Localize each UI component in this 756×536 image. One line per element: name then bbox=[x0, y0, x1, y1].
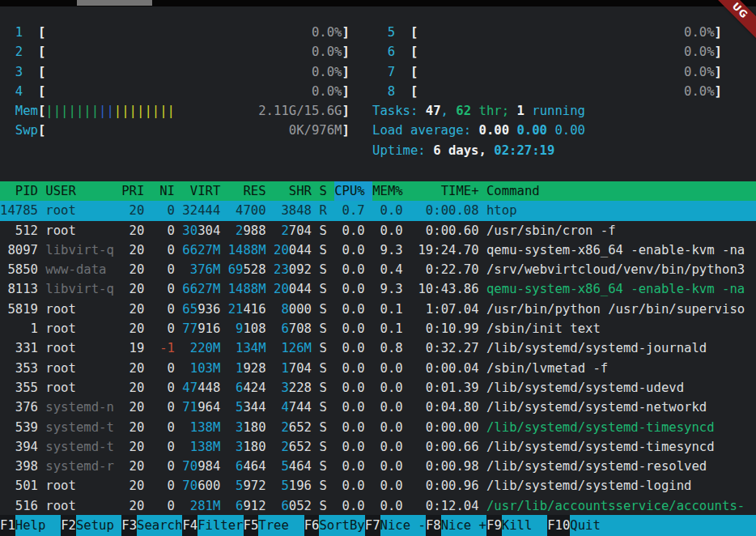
cell-state: S bbox=[319, 479, 326, 493]
process-row-512[interactable]: 512 root 20 0 30304 2988 2704 S 0.0 0.0 … bbox=[0, 221, 756, 240]
cell-mem: 0.0 bbox=[372, 499, 403, 513]
cpu-meter-7-label: 7 bbox=[388, 65, 410, 79]
cell-pid: 331 bbox=[0, 341, 38, 355]
process-row-14785[interactable]: 14785 root 20 0 32444 4700 3848 R 0.7 0.… bbox=[0, 201, 756, 220]
process-row-5850[interactable]: 5850 www-data 20 0 376M 69528 23092 S 0.… bbox=[0, 260, 756, 279]
process-row-8097[interactable]: 8097 libvirt-q 20 0 6627M 1488M 20044 S … bbox=[0, 240, 756, 260]
cell-user: root bbox=[45, 203, 114, 218]
cpu-meter-5-value: 0.0% bbox=[418, 25, 714, 40]
cell-pri: 20 bbox=[121, 302, 144, 317]
cell-ni: 0 bbox=[152, 262, 175, 277]
column-header-virt[interactable]: VIRT bbox=[182, 184, 220, 198]
cell-user: systemd-r bbox=[45, 459, 114, 474]
fkey-f1-help[interactable]: F1Help bbox=[0, 515, 61, 536]
cell-ni: 0 bbox=[152, 381, 175, 395]
cpu-meter-6-value: 0.0% bbox=[418, 45, 714, 59]
cpu-meter-1-value: 0.0% bbox=[45, 25, 342, 40]
cell-pid: 355 bbox=[0, 381, 38, 395]
cell-user: root bbox=[45, 223, 114, 238]
fkey-key: F9 bbox=[486, 515, 502, 536]
cell-pid: 516 bbox=[0, 499, 38, 513]
column-header-cpu-sort[interactable]: CPU% bbox=[334, 181, 372, 201]
column-header-command[interactable]: Command bbox=[486, 184, 540, 198]
process-row-8113[interactable]: 8113 libvirt-q 20 0 6627M 1488M 20044 S … bbox=[0, 279, 756, 299]
process-row-516[interactable]: 516 root 20 0 281M 6912 6052 S 0.0 0.0 0… bbox=[0, 496, 756, 516]
fkey-f9-kill[interactable]: F9Kill bbox=[486, 515, 547, 536]
cell-user: root bbox=[45, 321, 114, 336]
cell-user: root bbox=[45, 381, 114, 395]
process-row-1[interactable]: 1 root 20 0 77916 9108 6708 S 0.0 0.1 0:… bbox=[0, 319, 756, 338]
column-header-state[interactable]: S bbox=[319, 184, 326, 198]
cell-pid: 398 bbox=[0, 459, 38, 474]
cell-ni: 0 bbox=[152, 479, 175, 493]
fkey-label: Search bbox=[137, 515, 182, 536]
cell-state: R bbox=[319, 203, 326, 218]
fkey-f10-quit[interactable]: F10Quit bbox=[547, 515, 616, 536]
cell-pid: 8097 bbox=[0, 243, 38, 257]
column-header-pid[interactable]: PID bbox=[0, 184, 38, 198]
cell-ni: 0 bbox=[152, 223, 175, 238]
cell-command: /lib/systemd/systemd-udevd bbox=[486, 381, 684, 395]
column-header-user[interactable]: USER bbox=[45, 184, 114, 198]
function-key-bar: F1Help F2Setup F3SearchF4FilterF5Tree F6… bbox=[0, 515, 756, 536]
cpu-meter-8-label: 8 bbox=[388, 84, 410, 99]
column-header-pri[interactable]: PRI bbox=[121, 184, 144, 198]
cell-cpu: 0.0 bbox=[334, 262, 365, 277]
fkey-f8-nice[interactable]: F8Nice + bbox=[426, 515, 486, 536]
process-row-355[interactable]: 355 root 20 0 47448 6424 3228 S 0.0 0.0 … bbox=[0, 378, 756, 398]
cell-cpu: 0.0 bbox=[334, 420, 365, 435]
cell-pri: 20 bbox=[121, 499, 144, 513]
process-row-376[interactable]: 376 systemd-n 20 0 71964 5344 4744 S 0.0… bbox=[0, 398, 756, 417]
process-row-5819[interactable]: 5819 root 20 0 65936 21416 8000 S 0.0 0.… bbox=[0, 300, 756, 319]
fkey-key: F5 bbox=[244, 515, 259, 536]
uptime-row: Uptime: 6 days, 02:27:19 bbox=[0, 141, 756, 160]
process-row-398[interactable]: 398 systemd-r 20 0 70984 6464 5464 S 0.0… bbox=[0, 457, 756, 476]
cell-cpu: 0.0 bbox=[334, 361, 365, 376]
cell-command: htop bbox=[486, 203, 517, 218]
system-meters: 1 [ 0.0%] 5 [ 0.0%] 2 [ 0.0%] 6 [ 0.0%] … bbox=[0, 23, 756, 160]
cell-pid: 353 bbox=[0, 361, 38, 376]
cell-time: 0:04.80 bbox=[410, 400, 479, 415]
cell-time: 0:00.00 bbox=[410, 420, 479, 435]
column-header-ni[interactable]: NI bbox=[152, 184, 175, 198]
cell-mem: 0.8 bbox=[372, 341, 403, 355]
cell-pri: 20 bbox=[121, 440, 144, 454]
fkey-f7-nice[interactable]: F7Nice - bbox=[365, 515, 426, 536]
column-header-mem[interactable]: MEM% bbox=[372, 184, 403, 198]
fkey-f3-search[interactable]: F3Search bbox=[121, 515, 182, 536]
column-header-res[interactable]: RES bbox=[228, 184, 266, 198]
cell-pri: 20 bbox=[121, 479, 144, 493]
cell-pri: 20 bbox=[121, 223, 144, 238]
process-row-539[interactable]: 539 systemd-t 20 0 138M 3180 2652 S 0.0 … bbox=[0, 418, 756, 437]
cell-pri: 19 bbox=[121, 341, 144, 355]
cell-pri: 20 bbox=[121, 321, 144, 336]
process-row-331[interactable]: 331 root 19 -1 220M 134M 126M S 0.0 0.8 … bbox=[0, 338, 756, 358]
mem-meter-value: 2.11G/15.6G bbox=[175, 104, 342, 118]
cell-command: /lib/systemd/systemd-journald bbox=[486, 341, 707, 355]
process-row-353[interactable]: 353 root 20 0 103M 1928 1704 S 0.0 0.0 0… bbox=[0, 359, 756, 378]
cpu-meter-2-label: 2 bbox=[15, 45, 38, 59]
cell-command: /lib/systemd/systemd-resolved bbox=[486, 459, 707, 474]
cell-pri: 20 bbox=[121, 243, 144, 257]
cell-command: /srv/webvirtcloud/venv/bin/python3 bbox=[486, 262, 745, 277]
mem-meter-bar-green: ||||||| bbox=[45, 104, 99, 118]
fkey-f5-tree[interactable]: F5Tree bbox=[244, 515, 304, 536]
cell-pid: 376 bbox=[0, 400, 38, 415]
cpu-meter-1-label: 1 bbox=[15, 25, 38, 40]
cell-mem: 0.0 bbox=[372, 361, 403, 376]
cell-mem: 0.1 bbox=[372, 302, 403, 317]
uptime-time: 02:27:19 bbox=[494, 143, 554, 158]
cell-mem: 0.0 bbox=[372, 420, 403, 435]
fkey-f2-setup[interactable]: F2Setup bbox=[61, 515, 121, 536]
column-header-time[interactable]: TIME+ bbox=[410, 184, 479, 198]
process-row-501[interactable]: 501 root 20 0 70600 5972 5196 S 0.0 0.0 … bbox=[0, 476, 756, 496]
column-header-shr[interactable]: SHR bbox=[274, 184, 312, 198]
cell-time: 0:32.27 bbox=[410, 341, 479, 355]
cpu-meter-5-label: 5 bbox=[388, 25, 410, 40]
fkey-f4-filter[interactable]: F4Filter bbox=[182, 515, 243, 536]
cell-time: 0:00.66 bbox=[410, 440, 479, 454]
fkey-f6-sortby[interactable]: F6SortBy bbox=[304, 515, 365, 536]
cell-user: www-data bbox=[45, 262, 114, 277]
process-row-394[interactable]: 394 systemd-t 20 0 138M 3180 2652 S 0.0 … bbox=[0, 437, 756, 457]
cell-user: root bbox=[45, 302, 114, 317]
